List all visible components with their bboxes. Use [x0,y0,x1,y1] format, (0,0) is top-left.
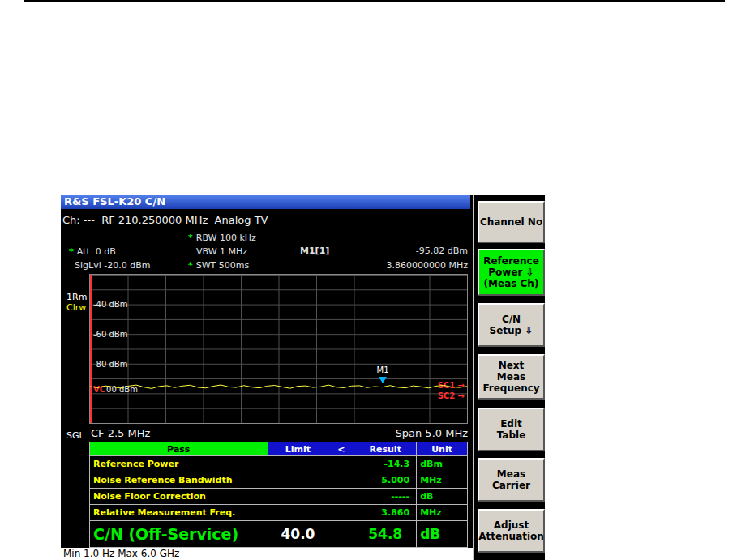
softkey-label-line: Meas [497,371,525,383]
page-top-rule [24,0,725,2]
table-row: Relative Measurement Freq. 3.860 MHz [90,505,468,521]
attenuation-setting: *Att 0 dB [69,246,116,257]
channel-info-line: Ch: --- RF 210.250000 MHz Analog TV [62,214,268,226]
table-header-limit: Limit [268,442,329,456]
cn-limit-value: 40.0 [268,521,329,548]
table-row: Noise Reference Bandwidth 5.000 MHz [90,472,468,489]
row-label: Reference Power [90,456,268,472]
display-area: R&S FSL-K20 C/N Ch: --- RF 210.250000 MH… [61,195,473,548]
signal-level-setting: SigLvl -20.0 dBm [75,260,150,271]
table-row: Reference Power -14.3 dBm [90,456,468,472]
softkey-label-line: Adjust [494,519,529,531]
softkey-channel-no[interactable]: Channel No [478,201,545,243]
row-unit: dBm [417,456,468,472]
status-bar: Min 1.0 Hz Max 6.0 GHz [61,548,473,560]
softkey-label-line: Channel No [480,216,542,228]
table-header-unit: Unit [417,442,468,456]
table-header-row: Pass Limit < Result Unit [90,442,468,456]
title-bar: R&S FSL-K20 C/N [61,195,470,209]
softkey-label-line: Edit [500,418,522,430]
cn-result-unit: dB [417,521,468,548]
softkey-adjust-attenuation[interactable]: AdjustAttenuation [478,509,545,553]
row-result: 5.000 [354,472,417,489]
softkey-meas-carrier[interactable]: MeasCarrier [478,458,545,502]
uncoupled-indicator: * [188,233,193,243]
trace-detector-label: Clrw [66,302,86,313]
table-header-pass: Pass [90,442,268,456]
rbw-value: RBW 100 kHz [196,233,256,243]
row-unit: MHz [417,505,468,521]
row-result: ----- [354,489,417,505]
instrument-screen: R&S FSL-K20 C/N Ch: --- RF 210.250000 MH… [61,195,545,560]
cn-result-label: C/N (Off-Service) [90,521,268,548]
row-comparator [328,505,354,521]
softkey-label-line: (Meas Ch) [484,278,539,289]
center-frequency-label: CF 2.5 MHz [91,427,150,439]
row-comparator [328,472,354,489]
sweep-mode-label: SGL [66,430,84,441]
uncoupled-indicator: * [188,260,193,271]
softkey-label-line: Next [499,360,525,371]
row-limit [268,505,329,521]
row-label: Noise Floor Correction [90,489,268,505]
cn-result-value: 54.8 [354,521,417,548]
softkey-reference-power-meas-ch[interactable]: ReferencePower ⇩(Meas Ch) [478,249,545,296]
softkey-edit-table[interactable]: EditTable [478,408,545,451]
marker-frequency-readout: 3.860000000 MHz [386,260,468,271]
table-header-comparator: < [328,442,354,456]
sweep-time-value: SWT 500ms [196,260,250,271]
y-axis-label: -60 dBm [93,330,127,339]
softkey-label-line: Power ⇩ [488,267,534,278]
span-label: Span 5.0 MHz [396,427,468,439]
sweep-time-setting: *SWT 500ms [188,260,249,271]
spectrum-trace [90,275,467,423]
graph-area: VC00 dBm SC1 → SC2 → M1 -40 dBm-60 dBm-8… [89,274,468,424]
attenuation-value: Att 0 dB [77,246,116,257]
softkey-label-line: Setup ⇩ [490,325,534,336]
row-result: 3.860 [354,505,417,521]
row-unit: dB [417,489,468,505]
row-limit [268,489,329,505]
row-comparator [328,456,354,472]
softkey-label-line: Frequency [482,383,539,394]
uncoupled-indicator: * [69,246,74,257]
marker-name: M1[1] [300,246,329,256]
row-limit [268,472,329,489]
row-limit [268,456,329,472]
app-title: R&S FSL-K20 C/N [64,195,165,207]
y-axis-label: -40 dBm [93,300,127,309]
table-main-result-row: C/N (Off-Service) 40.0 54.8 dB [90,521,468,548]
row-unit: MHz [417,472,468,489]
softkey-label-line: C/N [502,314,521,325]
y-axis-label: -80 dBm [93,360,127,369]
row-comparator [328,489,354,505]
measurement-table: Pass Limit < Result Unit Reference Power… [89,442,468,548]
trace-number-label: 1Rm [66,292,87,302]
page: R&S FSL-K20 C/N Ch: --- RF 210.250000 MH… [0,0,750,560]
softkey-cn-setup[interactable]: C/NSetup ⇩ [478,303,545,347]
row-label: Noise Reference Bandwidth [90,472,268,489]
softkey-next-meas-frequency[interactable]: NextMeasFrequency [478,354,545,400]
marker-m1-label: M1 [377,365,389,374]
rbw-setting: *RBW 100 kHz [188,233,256,243]
table-header-result: Result [354,442,417,456]
softkey-label-line: Attenuation [478,531,544,542]
table-row: Noise Floor Correction ----- dB [90,489,468,505]
marker-level-readout: -95.82 dBm [416,246,468,256]
vbw-setting: VBW 1 MHz [196,246,247,257]
softkey-label-line: Reference [483,255,539,267]
softkey-label-line: Meas [497,468,525,480]
marker-m1-symbol [379,377,387,383]
row-label: Relative Measurement Freq. [90,505,268,521]
softkey-label-line: Table [497,430,526,441]
cn-comparator [328,521,354,548]
row-result: -14.3 [354,456,417,472]
softkey-label-line: Carrier [492,480,530,491]
softkey-panel: Channel NoReferencePower ⇩(Meas Ch)C/NSe… [473,195,545,560]
